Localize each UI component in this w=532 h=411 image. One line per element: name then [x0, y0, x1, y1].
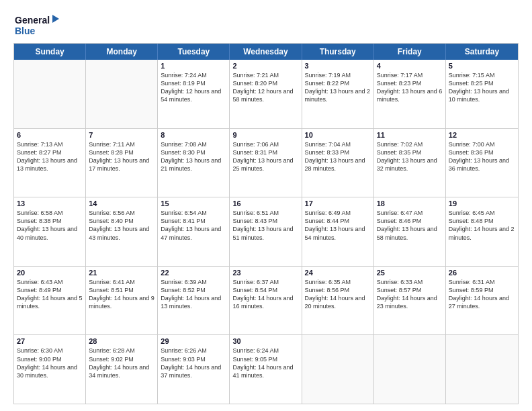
cell-info: Sunrise: 6:45 AMSunset: 8:48 PMDaylight:…	[449, 210, 515, 240]
day-number: 1	[161, 62, 226, 70]
header-cell-saturday: Saturday	[446, 44, 518, 60]
day-number: 23	[232, 269, 298, 277]
day-cell-14: 14 Sunrise: 6:56 AMSunset: 8:40 PMDaylig…	[86, 197, 158, 266]
cell-info: Sunrise: 7:17 AMSunset: 8:23 PMDaylight:…	[377, 72, 443, 103]
day-number: 15	[161, 199, 226, 208]
day-cell-1: 1 Sunrise: 7:24 AMSunset: 8:19 PMDayligh…	[158, 60, 230, 128]
day-cell-30: 30 Sunrise: 6:24 AMSunset: 9:05 PMDaylig…	[230, 335, 302, 404]
day-cell-19: 19 Sunrise: 6:45 AMSunset: 8:48 PMDaylig…	[446, 197, 518, 266]
day-number: 13	[17, 199, 83, 208]
calendar-header-row: SundayMondayTuesdayWednesdayThursdayFrid…	[14, 44, 518, 60]
cell-info: Sunrise: 6:31 AMSunset: 8:59 PMDaylight:…	[449, 279, 509, 310]
header-cell-sunday: Sunday	[14, 44, 86, 60]
page: General Blue SundayMondayTuesdayWednesda…	[0, 0, 532, 411]
cell-info: Sunrise: 7:11 AMSunset: 8:28 PMDaylight:…	[89, 141, 149, 172]
cell-info: Sunrise: 6:54 AMSunset: 8:41 PMDaylight:…	[161, 210, 221, 240]
header-cell-friday: Friday	[374, 44, 446, 60]
cell-info: Sunrise: 7:00 AMSunset: 8:36 PMDaylight:…	[449, 141, 509, 172]
week-row-5: 27 Sunrise: 6:30 AMSunset: 9:00 PMDaylig…	[14, 334, 518, 404]
cell-info: Sunrise: 6:39 AMSunset: 8:52 PMDaylight:…	[161, 279, 221, 310]
cell-info: Sunrise: 7:02 AMSunset: 8:35 PMDaylight:…	[377, 141, 437, 172]
empty-cell-4-4	[302, 335, 374, 404]
day-number: 18	[377, 199, 443, 208]
day-number: 14	[89, 199, 154, 208]
day-cell-4: 4 Sunrise: 7:17 AMSunset: 8:23 PMDayligh…	[374, 60, 446, 128]
cell-info: Sunrise: 7:13 AMSunset: 8:27 PMDaylight:…	[17, 141, 77, 172]
svg-text:General: General	[15, 15, 50, 26]
header-cell-tuesday: Tuesday	[158, 44, 230, 60]
day-cell-7: 7 Sunrise: 7:11 AMSunset: 8:28 PMDayligh…	[86, 129, 158, 197]
cell-info: Sunrise: 6:33 AMSunset: 8:57 PMDaylight:…	[377, 279, 437, 310]
day-cell-15: 15 Sunrise: 6:54 AMSunset: 8:41 PMDaylig…	[158, 197, 230, 266]
cell-info: Sunrise: 7:15 AMSunset: 8:25 PMDaylight:…	[449, 72, 509, 103]
header: General Blue	[13, 12, 519, 38]
day-cell-18: 18 Sunrise: 6:47 AMSunset: 8:46 PMDaylig…	[374, 197, 446, 266]
header-cell-monday: Monday	[86, 44, 158, 60]
day-number: 28	[89, 337, 154, 345]
day-number: 27	[17, 337, 83, 345]
cell-info: Sunrise: 6:37 AMSunset: 8:54 PMDaylight:…	[232, 279, 293, 310]
day-number: 3	[305, 62, 371, 70]
day-cell-17: 17 Sunrise: 6:49 AMSunset: 8:44 PMDaylig…	[302, 197, 374, 266]
week-row-1: 1 Sunrise: 7:24 AMSunset: 8:19 PMDayligh…	[14, 60, 518, 128]
empty-cell-0-1	[86, 60, 158, 128]
cell-info: Sunrise: 6:26 AMSunset: 9:03 PMDaylight:…	[161, 347, 221, 378]
day-cell-6: 6 Sunrise: 7:13 AMSunset: 8:27 PMDayligh…	[14, 129, 86, 197]
week-row-3: 13 Sunrise: 6:58 AMSunset: 8:38 PMDaylig…	[14, 197, 518, 266]
day-cell-29: 29 Sunrise: 6:26 AMSunset: 9:03 PMDaylig…	[158, 335, 230, 404]
day-number: 25	[377, 269, 443, 277]
cell-info: Sunrise: 6:58 AMSunset: 8:38 PMDaylight:…	[17, 210, 77, 240]
day-number: 5	[449, 62, 515, 70]
svg-marker-2	[52, 15, 59, 23]
header-cell-wednesday: Wednesday	[230, 44, 302, 60]
day-cell-5: 5 Sunrise: 7:15 AMSunset: 8:25 PMDayligh…	[446, 60, 518, 128]
day-cell-24: 24 Sunrise: 6:35 AMSunset: 8:56 PMDaylig…	[302, 267, 374, 335]
cell-info: Sunrise: 6:43 AMSunset: 8:49 PMDaylight:…	[17, 279, 83, 310]
empty-cell-0-0	[14, 60, 86, 128]
day-number: 26	[449, 269, 515, 277]
day-cell-23: 23 Sunrise: 6:37 AMSunset: 8:54 PMDaylig…	[230, 267, 302, 335]
day-cell-9: 9 Sunrise: 7:06 AMSunset: 8:31 PMDayligh…	[230, 129, 302, 197]
day-cell-3: 3 Sunrise: 7:19 AMSunset: 8:22 PMDayligh…	[302, 60, 374, 128]
cell-info: Sunrise: 6:41 AMSunset: 8:51 PMDaylight:…	[89, 279, 154, 310]
day-number: 9	[232, 131, 298, 139]
day-number: 10	[305, 131, 371, 139]
day-cell-2: 2 Sunrise: 7:21 AMSunset: 8:20 PMDayligh…	[230, 60, 302, 128]
day-cell-27: 27 Sunrise: 6:30 AMSunset: 9:00 PMDaylig…	[14, 335, 86, 404]
day-number: 19	[449, 199, 515, 208]
day-number: 24	[305, 269, 371, 277]
empty-cell-4-5	[374, 335, 446, 404]
day-number: 20	[17, 269, 83, 277]
day-cell-12: 12 Sunrise: 7:00 AMSunset: 8:36 PMDaylig…	[446, 129, 518, 197]
day-number: 22	[161, 269, 226, 277]
cell-info: Sunrise: 7:19 AMSunset: 8:22 PMDaylight:…	[305, 72, 371, 103]
cell-info: Sunrise: 6:49 AMSunset: 8:44 PMDaylight:…	[305, 210, 365, 240]
day-cell-10: 10 Sunrise: 7:04 AMSunset: 8:33 PMDaylig…	[302, 129, 374, 197]
logo-svg: General Blue	[13, 12, 60, 38]
cell-info: Sunrise: 6:30 AMSunset: 9:00 PMDaylight:…	[17, 347, 77, 378]
calendar-body: 1 Sunrise: 7:24 AMSunset: 8:19 PMDayligh…	[14, 60, 518, 404]
week-row-2: 6 Sunrise: 7:13 AMSunset: 8:27 PMDayligh…	[14, 128, 518, 197]
cell-info: Sunrise: 6:56 AMSunset: 8:40 PMDaylight:…	[89, 210, 149, 240]
day-cell-21: 21 Sunrise: 6:41 AMSunset: 8:51 PMDaylig…	[86, 267, 158, 335]
cell-info: Sunrise: 6:51 AMSunset: 8:43 PMDaylight:…	[232, 210, 293, 240]
day-number: 21	[89, 269, 154, 277]
calendar: SundayMondayTuesdayWednesdayThursdayFrid…	[13, 43, 519, 404]
cell-info: Sunrise: 7:06 AMSunset: 8:31 PMDaylight:…	[232, 141, 293, 172]
day-cell-13: 13 Sunrise: 6:58 AMSunset: 8:38 PMDaylig…	[14, 197, 86, 266]
cell-info: Sunrise: 6:28 AMSunset: 9:02 PMDaylight:…	[89, 347, 149, 378]
day-number: 2	[232, 62, 298, 70]
empty-cell-4-6	[446, 335, 518, 404]
header-cell-thursday: Thursday	[302, 44, 374, 60]
day-number: 12	[449, 131, 515, 139]
day-cell-26: 26 Sunrise: 6:31 AMSunset: 8:59 PMDaylig…	[446, 267, 518, 335]
day-number: 17	[305, 199, 371, 208]
cell-info: Sunrise: 6:47 AMSunset: 8:46 PMDaylight:…	[377, 210, 437, 240]
day-cell-11: 11 Sunrise: 7:02 AMSunset: 8:35 PMDaylig…	[374, 129, 446, 197]
day-cell-20: 20 Sunrise: 6:43 AMSunset: 8:49 PMDaylig…	[14, 267, 86, 335]
week-row-4: 20 Sunrise: 6:43 AMSunset: 8:49 PMDaylig…	[14, 266, 518, 335]
day-number: 30	[232, 337, 298, 345]
day-number: 7	[89, 131, 154, 139]
cell-info: Sunrise: 7:21 AMSunset: 8:20 PMDaylight:…	[232, 72, 293, 103]
day-cell-16: 16 Sunrise: 6:51 AMSunset: 8:43 PMDaylig…	[230, 197, 302, 266]
